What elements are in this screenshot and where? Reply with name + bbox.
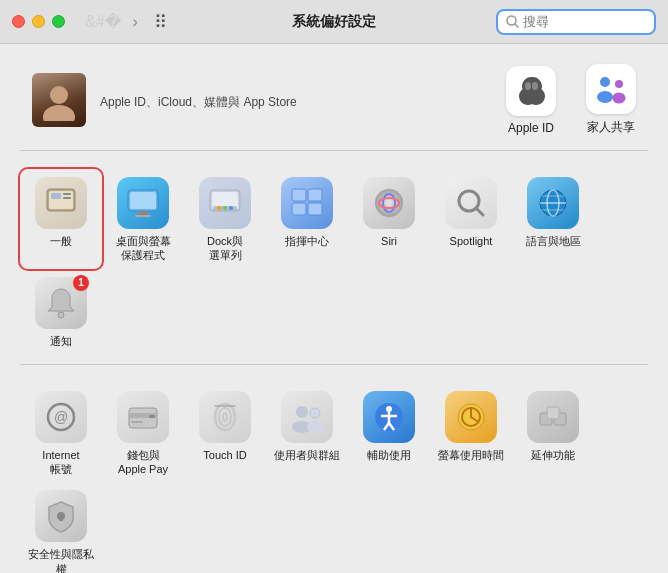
svg-rect-26 xyxy=(308,189,322,201)
svg-rect-66 xyxy=(59,516,63,521)
grid-item-dock[interactable]: Dock與選單列 xyxy=(184,169,266,269)
profile-info: Apple ID、iCloud、媒體與 App Store xyxy=(100,90,297,111)
family-sharing-label: 家人共享 xyxy=(587,119,635,136)
icon-grid-1: 一般桌面與螢幕保護程式Dock與選單列指揮中心SiriSpotlight語言與地… xyxy=(20,169,648,354)
dock-label: Dock與選單列 xyxy=(207,234,243,263)
svg-rect-13 xyxy=(63,193,71,195)
svg-text:@: @ xyxy=(54,409,68,425)
svg-point-7 xyxy=(597,91,613,103)
search-input[interactable] xyxy=(523,14,646,29)
grid-item-users[interactable]: 使用者與群組 xyxy=(266,383,348,483)
fullscreen-button[interactable] xyxy=(52,15,65,28)
desktop-label: 桌面與螢幕保護程式 xyxy=(116,234,171,263)
family-sharing-icon xyxy=(586,64,636,114)
svg-point-50 xyxy=(296,406,308,418)
missioncontrol-label: 指揮中心 xyxy=(285,234,329,248)
grid-item-security[interactable]: 安全性與隱私權 xyxy=(20,482,102,573)
grid-item-missioncontrol[interactable]: 指揮中心 xyxy=(266,169,348,269)
svg-rect-17 xyxy=(138,211,148,215)
siri-icon xyxy=(363,177,415,229)
grid-item-siri[interactable]: Siri xyxy=(348,169,430,269)
titlebar: &#� › ⠿ 系統偏好設定 xyxy=(0,0,668,44)
grid-item-notifications[interactable]: 1通知 xyxy=(20,269,102,354)
touchid-label: Touch ID xyxy=(203,448,246,462)
notifications-badge: 1 xyxy=(73,275,89,291)
svg-rect-16 xyxy=(130,192,156,209)
desktop-icon xyxy=(117,177,169,229)
svg-rect-27 xyxy=(292,203,306,215)
svg-point-9 xyxy=(613,93,626,104)
users-icon xyxy=(281,391,333,443)
close-button[interactable] xyxy=(12,15,25,28)
security-label: 安全性與隱私權 xyxy=(26,547,96,573)
svg-rect-45 xyxy=(131,421,143,423)
grid-item-general[interactable]: 一般 xyxy=(20,169,102,269)
svg-line-33 xyxy=(476,208,483,215)
svg-rect-25 xyxy=(292,189,306,201)
svg-point-8 xyxy=(615,80,623,88)
wallet-icon xyxy=(117,391,169,443)
users-label: 使用者與群組 xyxy=(274,448,340,462)
svg-rect-64 xyxy=(547,407,559,419)
extensions-label: 延伸功能 xyxy=(531,448,575,462)
svg-point-23 xyxy=(223,206,227,210)
svg-point-24 xyxy=(229,206,233,210)
wallet-label: 錢包與Apple Pay xyxy=(118,448,168,477)
svg-point-3 xyxy=(43,105,75,121)
missioncontrol-icon xyxy=(281,177,333,229)
avatar[interactable] xyxy=(32,73,86,127)
divider-2 xyxy=(20,364,648,365)
screentime-icon xyxy=(445,391,497,443)
grid-item-wallet[interactable]: 錢包與Apple Pay xyxy=(102,383,184,483)
svg-point-6 xyxy=(600,77,610,87)
language-label: 語言與地區 xyxy=(526,234,581,248)
svg-point-39 xyxy=(58,312,64,318)
grid-item-language[interactable]: 語言與地區 xyxy=(512,169,594,269)
svg-point-52 xyxy=(310,408,320,418)
notifications-label: 通知 xyxy=(50,334,72,348)
general-label: 一般 xyxy=(50,234,72,248)
siri-label: Siri xyxy=(381,234,397,248)
language-icon xyxy=(527,177,579,229)
svg-point-4 xyxy=(525,82,531,90)
svg-rect-18 xyxy=(135,215,151,217)
svg-point-2 xyxy=(50,86,68,104)
apple-id-button[interactable]: Apple ID xyxy=(506,66,556,135)
forward-button[interactable]: › xyxy=(129,12,142,32)
section-2: @Internet帳號錢包與Apple PayTouch ID使用者與群組輔助使… xyxy=(20,373,648,573)
svg-point-53 xyxy=(307,421,323,432)
grid-item-accessibility[interactable]: 輔助使用 xyxy=(348,383,430,483)
extensions-icon xyxy=(527,391,579,443)
accessibility-label: 輔助使用 xyxy=(367,448,411,462)
nav-arrows: &#� › xyxy=(81,12,142,32)
svg-rect-14 xyxy=(63,197,71,199)
icon-grid-2: @Internet帳號錢包與Apple PayTouch ID使用者與群組輔助使… xyxy=(20,383,648,573)
spotlight-label: Spotlight xyxy=(450,234,493,248)
grid-item-internet[interactable]: @Internet帳號 xyxy=(20,383,102,483)
svg-line-1 xyxy=(515,24,518,27)
svg-point-5 xyxy=(532,82,538,90)
svg-rect-44 xyxy=(149,415,155,418)
apple-id-icon xyxy=(506,66,556,116)
grid-item-desktop[interactable]: 桌面與螢幕保護程式 xyxy=(102,169,184,269)
family-sharing-button[interactable]: 家人共享 xyxy=(586,64,636,136)
grid-item-screentime[interactable]: 螢幕使用時間 xyxy=(430,383,512,483)
notifications-icon: 1 xyxy=(35,277,87,329)
grid-item-spotlight[interactable]: Spotlight xyxy=(430,169,512,269)
search-bar[interactable] xyxy=(496,9,656,35)
window-title: 系統偏好設定 xyxy=(292,13,376,31)
grid-item-touchid[interactable]: Touch ID xyxy=(184,383,266,483)
back-button[interactable]: &#� xyxy=(81,12,125,32)
dock-icon xyxy=(199,177,251,229)
internet-label: Internet帳號 xyxy=(42,448,79,477)
svg-point-48 xyxy=(223,413,227,421)
profile-row: Apple ID、iCloud、媒體與 App Store Apple ID xyxy=(20,56,648,150)
svg-point-22 xyxy=(217,206,221,210)
grid-item-extensions[interactable]: 延伸功能 xyxy=(512,383,594,483)
svg-rect-28 xyxy=(308,203,322,215)
section-1: 一般桌面與螢幕保護程式Dock與選單列指揮中心SiriSpotlight語言與地… xyxy=(20,159,648,364)
minimize-button[interactable] xyxy=(32,15,45,28)
svg-point-55 xyxy=(386,406,392,412)
divider-1 xyxy=(20,150,648,151)
app-grid-icon[interactable]: ⠿ xyxy=(154,11,167,33)
